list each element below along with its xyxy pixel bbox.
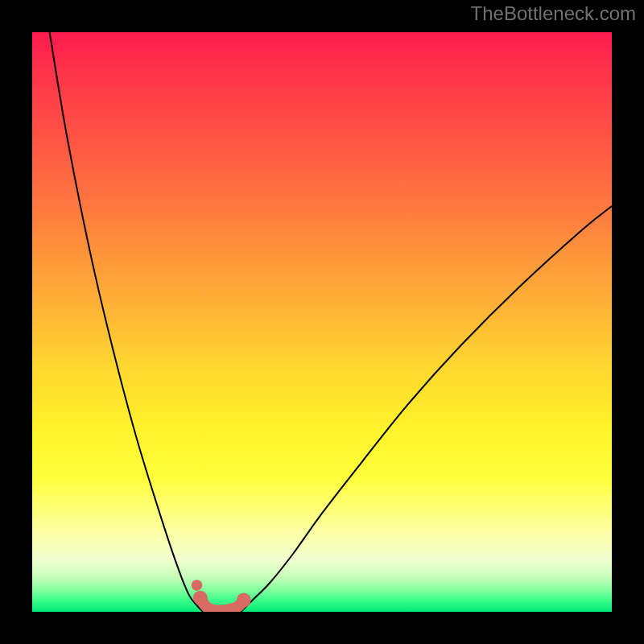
curves-svg <box>32 32 612 612</box>
left-curve <box>50 32 204 612</box>
plot-area <box>32 32 612 612</box>
trough-dot-detached <box>192 580 203 591</box>
trough-dot <box>193 591 208 605</box>
chart-frame: TheBottleneck.com <box>0 0 644 644</box>
trough-dot <box>237 593 251 608</box>
trough-markers <box>192 580 251 607</box>
watermark-text: TheBottleneck.com <box>471 2 636 25</box>
right-curve <box>241 206 612 612</box>
